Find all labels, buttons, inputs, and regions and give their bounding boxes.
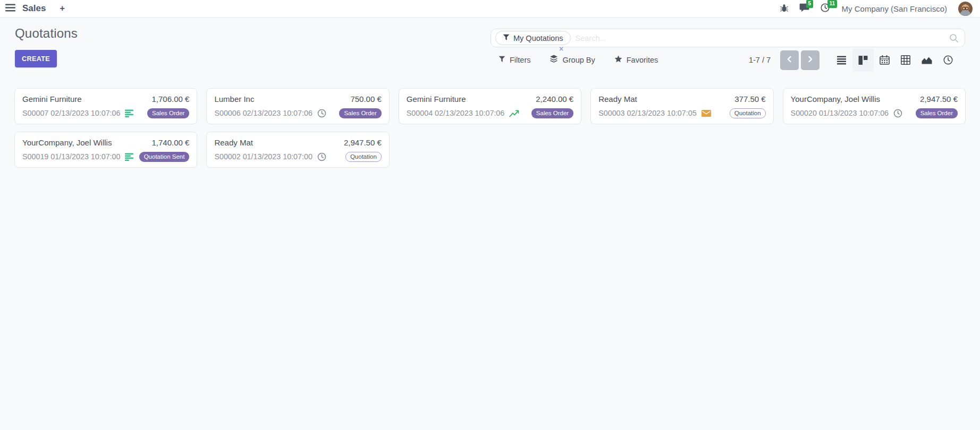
status-badge: Sales Order [531, 108, 573, 118]
card-reference: S00007 [22, 109, 48, 117]
kanban-view-button[interactable] [852, 48, 874, 72]
card-customer: Gemini Furniture [407, 94, 466, 104]
status-badge: Sales Order [916, 108, 958, 118]
kanban-grid: Gemini Furniture 1,706.00 € S00007 02/13… [0, 88, 980, 168]
card-amount: 2,240.00 € [536, 94, 573, 104]
favorites-menu[interactable]: Favorites [614, 55, 658, 65]
card-reference: S00004 [407, 109, 433, 117]
status-badge: Sales Order [339, 108, 381, 118]
card-customer: Lumber Inc [214, 94, 254, 104]
activity-count-badge: 11 [827, 0, 838, 8]
filters-funnel-icon [499, 56, 505, 64]
card-customer: YourCompany, Joel Willis [791, 94, 880, 104]
bug-icon [780, 4, 788, 14]
pager-previous-button[interactable] [780, 50, 799, 70]
quotation-card[interactable]: Lumber Inc 750.00 € S00006 02/13/2023 10… [206, 88, 389, 124]
activity-view-button[interactable] [937, 48, 959, 72]
card-datetime: 02/13/2023 10:07:05 [627, 109, 696, 117]
card-customer: Ready Mat [214, 138, 253, 147]
pager-next-button[interactable] [801, 50, 820, 70]
app-name[interactable]: Sales [22, 3, 46, 14]
layers-icon [550, 55, 558, 65]
clock-icon[interactable] [893, 109, 902, 118]
search-input[interactable] [576, 34, 945, 42]
card-amount: 2,947.50 € [344, 138, 382, 147]
chevron-right-icon [807, 56, 813, 64]
pager-and-views: 1-7 / 7 [749, 48, 959, 72]
status-badge: Sales Order [147, 108, 189, 118]
card-customer: Gemini Furniture [22, 94, 82, 104]
list-view-button[interactable] [831, 48, 852, 72]
status-badge: Quotation [730, 108, 766, 118]
kanban-view-icon [858, 56, 868, 65]
card-customer: YourCompany, Joel Willis [22, 138, 112, 147]
card-reference: S00003 [598, 109, 624, 117]
search-menus: Filters Group By Favorites [499, 55, 658, 65]
quotation-card[interactable]: YourCompany, Joel Willis 1,740.00 € S000… [14, 132, 197, 168]
user-avatar[interactable] [958, 2, 973, 16]
pager-range: 1-7 / 7 [749, 56, 771, 64]
clock-icon[interactable] [317, 109, 326, 118]
quotation-card[interactable]: Ready Mat 377.50 € S00003 02/13/2023 10:… [590, 88, 773, 124]
list-view-icon [837, 56, 847, 65]
search-facet-label: My Quotations [513, 34, 563, 42]
group-by-menu-label: Group By [562, 56, 595, 64]
quotation-card[interactable]: Gemini Furniture 2,240.00 € S00004 02/13… [399, 88, 581, 124]
card-reference: S00019 [22, 152, 48, 161]
top-navbar: Sales + 5 11 My Company (San Francisco) [0, 0, 980, 18]
calendar-view-icon [880, 55, 890, 65]
card-amount: 2,947.50 € [920, 94, 958, 104]
card-reference: S00020 [791, 109, 817, 117]
card-datetime: 01/13/2023 10:07:00 [243, 152, 312, 161]
card-datetime: 02/13/2023 10:07:06 [243, 109, 312, 117]
pivot-view-icon [901, 55, 910, 65]
card-reference: S00002 [214, 152, 240, 161]
card-datetime: 01/13/2023 10:07:00 [50, 152, 120, 161]
card-customer: Ready Mat [598, 94, 637, 104]
card-reference: S00006 [214, 109, 240, 117]
view-switcher [831, 48, 959, 72]
chevron-left-icon [787, 56, 792, 64]
hamburger-icon [5, 4, 15, 13]
search-bar[interactable]: My Quotations × [491, 29, 965, 47]
add-tab-button[interactable]: + [60, 4, 64, 13]
messages-button[interactable]: 5 [799, 3, 809, 14]
facet-remove-icon[interactable]: × [559, 45, 563, 53]
graph-view-button[interactable] [916, 48, 937, 72]
card-amount: 1,706.00 € [151, 94, 189, 104]
calendar-view-button[interactable] [874, 48, 895, 72]
search-icon[interactable] [949, 33, 959, 44]
activity-lines-icon[interactable] [125, 109, 134, 117]
card-amount: 1,740.00 € [151, 138, 189, 147]
star-icon [614, 55, 622, 65]
activity-view-icon [943, 55, 953, 65]
apps-menu-button[interactable] [5, 4, 15, 13]
quotation-card[interactable]: Ready Mat 2,947.50 € S00002 01/13/2023 1… [206, 132, 389, 168]
card-amount: 377.50 € [734, 94, 765, 104]
card-amount: 750.00 € [350, 94, 381, 104]
activities-button[interactable]: 11 [821, 3, 830, 14]
activity-lines-icon[interactable] [125, 153, 134, 161]
control-panel: Quotations My Quotations × CREATE Filter… [0, 18, 980, 88]
message-count-badge: 5 [806, 0, 814, 8]
graph-view-icon [922, 56, 932, 64]
company-switcher[interactable]: My Company (San Francisco) [842, 4, 947, 13]
create-button[interactable]: CREATE [15, 50, 57, 67]
filters-menu[interactable]: Filters [499, 56, 530, 64]
favorites-menu-label: Favorites [627, 56, 658, 64]
filter-funnel-icon [503, 34, 510, 42]
quotation-card[interactable]: Gemini Furniture 1,706.00 € S00007 02/13… [14, 88, 197, 124]
envelope-icon[interactable] [702, 110, 711, 117]
search-facet[interactable]: My Quotations [495, 31, 571, 45]
group-by-menu[interactable]: Group By [550, 55, 595, 65]
page-title: Quotations [15, 26, 78, 41]
clock-icon[interactable] [317, 152, 326, 161]
pivot-view-button[interactable] [895, 48, 916, 72]
trend-up-icon[interactable] [509, 109, 520, 117]
status-badge: Quotation Sent [139, 152, 190, 162]
card-datetime: 02/13/2023 10:07:06 [50, 109, 120, 117]
quotation-card[interactable]: YourCompany, Joel Willis 2,947.50 € S000… [783, 88, 966, 124]
debug-mode-button[interactable] [780, 4, 788, 14]
status-badge: Quotation [345, 152, 382, 162]
card-datetime: 01/13/2023 10:07:06 [819, 109, 889, 117]
